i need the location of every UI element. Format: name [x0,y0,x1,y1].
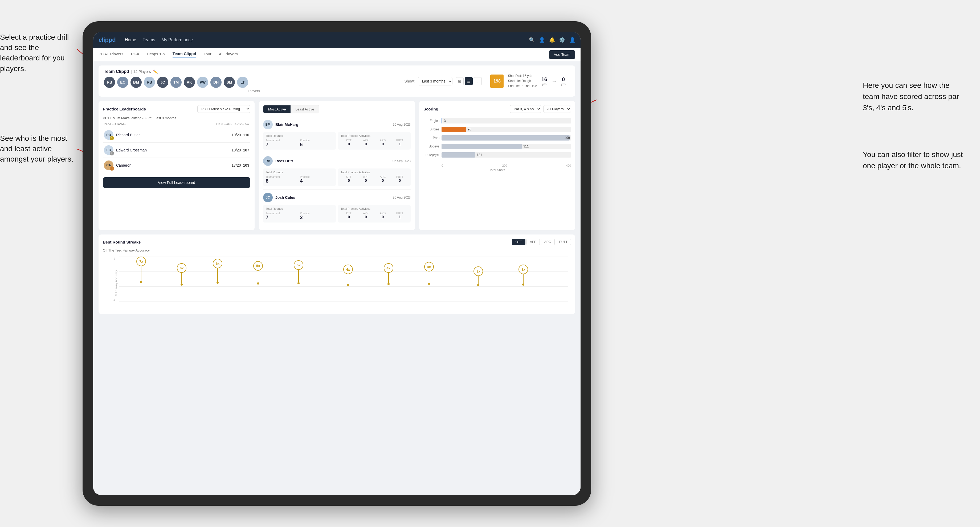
streaks-header: Best Round Streaks OTT APP ARG PUTT [103,239,571,245]
avatar-1[interactable]: RB [104,77,115,88]
timeline-point-6: 4x [343,265,353,286]
list-view-btn[interactable]: ☰ [465,77,473,85]
scoring-panel-header: Scoring Par 3, 4 & 5s Par 3s Par 4s Par … [423,105,571,113]
activity-date-2: 02 Sep 2023 [393,159,410,163]
bar-row-eagles: Eagles 3 [423,118,571,124]
scoring-panel: Scoring Par 3, 4 & 5s Par 3s Par 4s Par … [419,101,575,230]
avatar-10[interactable]: SM [224,77,235,88]
user-icon[interactable]: 👤 [539,37,545,43]
players-label: Players [104,89,404,93]
total-rounds-label-1: Total Rounds [266,134,333,137]
timeline-point-1: 7x [136,257,146,283]
scoring-title: Scoring [423,107,438,111]
bar-fill-birdies [442,127,466,132]
sub-nav-all-players[interactable]: All Players [219,52,238,57]
timeline-point-2: 6x [177,263,186,286]
annotation-right-top: Here you can see how the team have score… [863,80,964,113]
bar-row-pars: Pars 499 [423,135,571,141]
timeline-point-4: 5x [253,261,263,284]
lb-avg-2: 107 [243,148,249,152]
streak-filter-putt[interactable]: PUTT [556,239,571,245]
avatar-8[interactable]: PW [197,77,208,88]
lb-row-3: CA 3 Cameron... 17/20 103 [103,158,250,173]
grid-view-btn[interactable]: ⊞ [456,77,464,85]
avatar-11[interactable]: LT [237,77,248,88]
drill-select[interactable]: PUTT Must Make Putting... [197,105,250,113]
player-filter-select[interactable]: All Players [543,105,571,113]
activity-avatar-2: RB [263,156,273,166]
team-header-card: Team Clippd | 14 Players ✏️ RB EC BM RB … [99,65,575,97]
sub-nav-hcaps[interactable]: Hcaps 1-5 [147,52,165,57]
avatar-7[interactable]: AK [184,77,195,88]
leaderboard-panel: Practice Leaderboards PUTT Must Make Put… [99,101,255,230]
period-select[interactable]: Last 3 months Last 6 months Last year [418,77,452,86]
bar-row-bogeys: Bogeys 311 [423,144,571,149]
settings-icon[interactable]: ⚙️ [559,37,565,43]
shot-distance-badge: 198 [490,75,504,88]
bar-row-birdies: Birdies 96 [423,127,571,132]
avatar-4[interactable]: RB [144,77,155,88]
most-active-tab[interactable]: Most Active [263,105,291,113]
sub-nav-pga[interactable]: PGA [131,52,140,57]
par-filter-select[interactable]: Par 3, 4 & 5s Par 3s Par 4s Par 5s [510,105,541,113]
shot-card: 198 Shot Dist: 16 yds Start Lie: Rough E… [486,70,570,92]
lb-avatar-3: CA 3 [104,160,113,170]
bar-fill-eagles [442,118,442,124]
lb-row-1: RB 1 Richard Butler 19/20 110 [103,127,250,143]
team-name: Team Clippd [104,69,129,74]
lb-score-1: 19/20 [232,133,241,137]
avatar-3[interactable]: BM [130,77,142,88]
timeline-chart-container: 8 6 4 7x [103,257,571,310]
activity-name-1: Blair McHarg [275,122,390,127]
streak-filter-arg[interactable]: ARG [541,239,555,245]
panels-row: Practice Leaderboards PUTT Must Make Put… [99,101,575,230]
ipad-screen: clippd Home Teams My Performance 🔍 👤 🔔 ⚙… [93,32,581,495]
player-avatars: RB EC BM RB JC TM AK PW DH SM LT [104,77,404,88]
lb-score-2: 18/20 [232,148,241,152]
sub-nav-pgat[interactable]: PGAT Players [99,52,124,57]
avatar-5[interactable]: JC [157,77,168,88]
streaks-filter-group: OTT APP ARG PUTT [512,239,571,245]
chart-x-label: Total Shots [423,168,571,172]
view-leaderboard-btn[interactable]: View Full Leaderboard [103,177,250,188]
streak-filter-app[interactable]: APP [527,239,540,245]
lb-name-3: Cameron... [116,163,135,167]
timeline-chart-area: 7x 6x 6x [119,257,568,302]
scoring-filters: Par 3, 4 & 5s Par 3s Par 4s Par 5s All P… [510,105,571,113]
main-content: Team Clippd | 14 Players ✏️ RB EC BM RB … [93,61,581,495]
search-icon[interactable]: 🔍 [529,37,535,43]
timeline-point-7: 4x [384,263,393,285]
bar-x-labels: 0 200 400 [423,164,571,167]
sort-btn[interactable]: ↕ [474,77,482,85]
activity-date-1: 26 Aug 2023 [393,123,410,126]
show-label: Show: [404,79,415,83]
shot-details: Shot Dist: 16 yds Start Lie: Rough End L… [508,73,537,89]
leaderboard-title: Practice Leaderboards [103,107,146,111]
avatar-9[interactable]: DH [210,77,221,88]
y-axis-label: % Fairway Accuracy [115,270,118,296]
edit-icon[interactable]: ✏️ [153,70,158,74]
bar-fill-bogeys [442,144,522,149]
bar-row-dbogeys: D. Bogeys+ 131 [423,152,571,157]
profile-icon[interactable]: 👤 [570,37,575,43]
least-active-tab[interactable]: Least Active [291,105,319,113]
nav-teams[interactable]: Teams [142,38,155,42]
timeline-point-5: 5x [294,260,303,284]
annotation-left-top: Select a practice drill and see the lead… [0,32,80,74]
lb-row-2: EC 2 Edward Crossman 18/20 107 [103,143,250,158]
add-team-button[interactable]: Add Team [549,50,575,59]
lb-col-headers: PLAYER NAME PB SCORE PB AVG SQ [103,122,250,125]
leaderboard-panel-header: Practice Leaderboards PUTT Must Make Put… [103,105,250,113]
streaks-title: Best Round Streaks [103,240,141,244]
lb-name-1: Richard Butler [116,133,140,137]
streak-filter-ott[interactable]: OTT [512,239,525,245]
avatar-6[interactable]: TM [170,77,181,88]
avatar-2[interactable]: EC [117,77,128,88]
sub-nav-team-clippd[interactable]: Team Clippd [173,51,196,57]
bell-icon[interactable]: 🔔 [549,37,555,43]
sub-nav-tour[interactable]: Tour [204,52,212,57]
nav-home[interactable]: Home [125,38,136,42]
nav-my-performance[interactable]: My Performance [162,38,193,42]
total-practice-label-1: Total Practice Activities [340,134,408,137]
activity-date-3: 26 Aug 2023 [393,195,410,199]
